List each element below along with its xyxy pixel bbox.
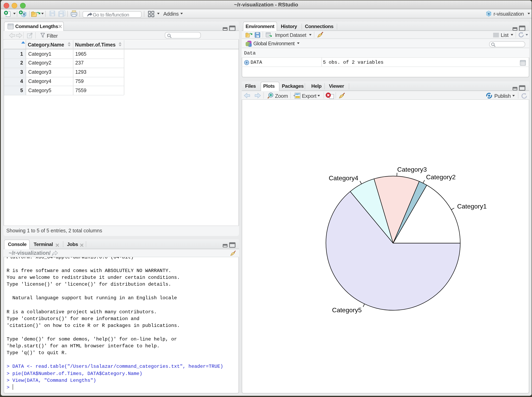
svg-text:R: R <box>487 12 490 16</box>
svg-text:Category4: Category4 <box>329 174 358 181</box>
svg-text:Category1: Category1 <box>457 203 487 210</box>
svg-text:R: R <box>23 12 26 16</box>
svg-text:Category5: Category5 <box>332 306 362 313</box>
svg-text:Category2: Category2 <box>426 173 456 180</box>
svg-text:Category3: Category3 <box>397 166 427 173</box>
